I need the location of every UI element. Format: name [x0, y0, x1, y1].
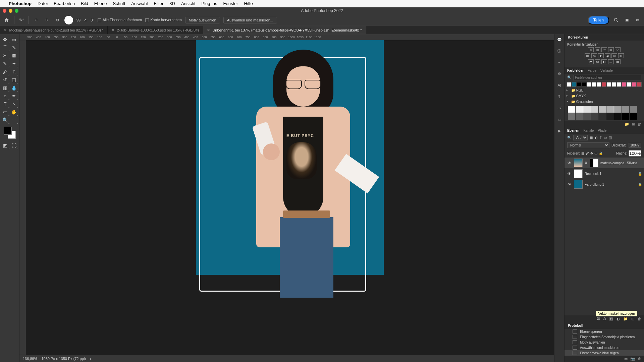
channel-mixer-icon[interactable]: ⊞ [611, 53, 617, 58]
blur-tool[interactable]: 💧 [10, 84, 19, 92]
swatch-search-input[interactable] [573, 75, 641, 80]
layer-thumbnail[interactable] [574, 159, 583, 167]
gradient-map-icon[interactable]: ▭ [608, 59, 614, 64]
layer-row[interactable]: 👁 Farbfüllung 1 🔒 [565, 179, 644, 190]
libraries-panel-icon[interactable]: ▭ [556, 116, 563, 123]
enhance-edge-checkbox[interactable]: Kante hervorheben [145, 18, 182, 22]
delete-layer-icon[interactable]: 🗑 [638, 317, 641, 321]
angle-value[interactable]: 0° [91, 18, 94, 22]
color-tab[interactable]: Farbe [588, 69, 596, 72]
hand-tool[interactable]: ✋ [10, 108, 19, 116]
gradients-tab[interactable]: Verläufe [600, 69, 613, 72]
filter-type-icon[interactable]: T [600, 136, 602, 139]
type-tool[interactable]: T [1, 100, 10, 108]
rectangle-tool[interactable]: ▭ [1, 108, 10, 116]
foreground-color[interactable] [4, 127, 12, 135]
window-close-button[interactable] [3, 9, 6, 13]
swatch[interactable] [597, 82, 601, 87]
history-item[interactable]: Motiv auswählen [565, 340, 644, 345]
link-icon[interactable]: ⛓ [585, 161, 588, 165]
swatch[interactable] [591, 106, 598, 113]
lock-position-icon[interactable]: ✥ [590, 152, 593, 155]
swatch[interactable] [617, 82, 622, 87]
swatch[interactable] [622, 113, 629, 120]
adjustments-panel-icon[interactable]: ⚙ [556, 70, 563, 77]
lut-icon[interactable]: ▥ [618, 53, 624, 58]
selective-color-icon[interactable]: ▦ [615, 59, 621, 64]
swatch[interactable] [587, 82, 591, 87]
select-and-mask-button[interactable]: Auswählen und maskieren... [223, 17, 277, 23]
visibility-toggle-icon[interactable]: 👁 [567, 161, 572, 165]
swatch[interactable] [572, 82, 576, 87]
glyphs-panel-icon[interactable]: 𝒜 [556, 105, 563, 111]
menu-filter[interactable]: Filter [154, 1, 163, 6]
actions-panel-icon[interactable]: ▶ [556, 127, 563, 134]
exposure-icon[interactable]: ▤ [608, 47, 614, 52]
swatch[interactable] [568, 106, 575, 113]
artboard-tool[interactable]: ▭ [10, 36, 19, 44]
channels-tab[interactable]: Kanäle [583, 129, 594, 132]
history-item[interactable]: Ebenenmaske hinzufügen [565, 350, 644, 356]
tab-close-icon[interactable]: × [207, 27, 210, 33]
new-layer-icon[interactable]: ⊞ [631, 317, 634, 321]
layer-name[interactable]: Farbfüllung 1 [585, 183, 636, 186]
info-panel-icon[interactable]: ⓘ [556, 48, 563, 54]
swatch[interactable] [599, 113, 606, 120]
layer-name[interactable]: Rechteck 1 [585, 172, 636, 176]
adjustment-layer-icon[interactable]: ◐ [616, 317, 620, 321]
swatch[interactable] [576, 106, 583, 113]
history-brush-tool[interactable]: ↺ [1, 76, 10, 84]
swatch[interactable] [602, 82, 606, 87]
pen-tool[interactable]: ✒ [10, 92, 19, 100]
layer-thumbnail[interactable] [574, 180, 583, 189]
swatch[interactable] [592, 82, 596, 87]
visibility-toggle-icon[interactable]: 👁 [567, 182, 572, 186]
swatch[interactable] [612, 82, 616, 87]
adjustments-panel-header[interactable]: Korrekturen [565, 34, 644, 41]
window-minimize-button[interactable] [9, 9, 12, 13]
menu-edit[interactable]: Bearbeiten [54, 1, 75, 6]
zoom-tool[interactable]: 🔍 [1, 116, 10, 124]
dodge-tool[interactable]: ○ [1, 92, 10, 100]
history-item[interactable]: Auswählen und maskieren [565, 345, 644, 350]
select-subject-button[interactable]: Motiv auswählen [185, 17, 220, 23]
swatch[interactable] [568, 113, 575, 120]
delete-state-icon[interactable]: 🗑 [638, 357, 641, 361]
curves-icon[interactable]: 〰 [601, 47, 607, 52]
link-layers-icon[interactable]: ⛓ [596, 317, 600, 321]
crop-tool[interactable]: ✂ [1, 52, 10, 60]
threshold-icon[interactable]: ◧ [601, 59, 607, 64]
swatch[interactable] [576, 113, 583, 120]
document-tab[interactable]: × Unbenannt-1 bei 137% (mateus-campos-fe… [203, 26, 366, 34]
doc-info-flyout-icon[interactable]: › [90, 357, 91, 361]
swatches-tab[interactable]: Farbfelder [567, 69, 584, 72]
character-panel-icon[interactable]: A| [556, 82, 563, 88]
tab-close-icon[interactable]: × [112, 27, 114, 33]
opacity-input[interactable] [629, 143, 641, 148]
quick-select-tool[interactable]: ✎ [10, 44, 19, 52]
sample-all-layers-checkbox[interactable]: Alle Ebenen aufnehmen [98, 18, 142, 22]
layer-name[interactable]: mateus-campos...5II-unsplash [600, 161, 642, 165]
quick-mask-icon[interactable]: ◩ [1, 141, 10, 149]
filter-smart-icon[interactable]: ◫ [609, 136, 612, 139]
swatch[interactable] [591, 113, 598, 120]
quick-select-tool-icon[interactable]: ✎⁺ [18, 16, 25, 24]
filter-adjust-icon[interactable]: ◐ [595, 136, 598, 139]
subtract-from-selection-icon[interactable]: ⊖ [43, 16, 50, 24]
history-item[interactable]: Eingebettetes Smartobjekt platzieren [565, 334, 644, 340]
levels-icon[interactable]: ◫ [595, 47, 600, 52]
lock-icon[interactable]: 🔒 [638, 172, 642, 176]
swatch[interactable] [622, 82, 627, 87]
menu-file[interactable]: Datei [38, 1, 48, 6]
gradient-tool[interactable]: ▦ [1, 84, 10, 92]
swatch[interactable] [567, 82, 571, 87]
view-extras-icon[interactable]: ▣ [623, 16, 631, 24]
tab-close-icon[interactable]: × [4, 27, 7, 33]
path-select-tool[interactable]: ↖ [10, 100, 19, 108]
lock-icon[interactable]: 🔒 [638, 183, 642, 186]
zoom-level[interactable]: 136,89% [23, 357, 37, 361]
search-icon[interactable] [612, 16, 620, 24]
canvas[interactable]: E BUT PSYC [25, 40, 554, 355]
intersect-selection-icon[interactable]: ⊗ [54, 16, 61, 24]
healing-tool[interactable]: ✦ [10, 60, 19, 68]
